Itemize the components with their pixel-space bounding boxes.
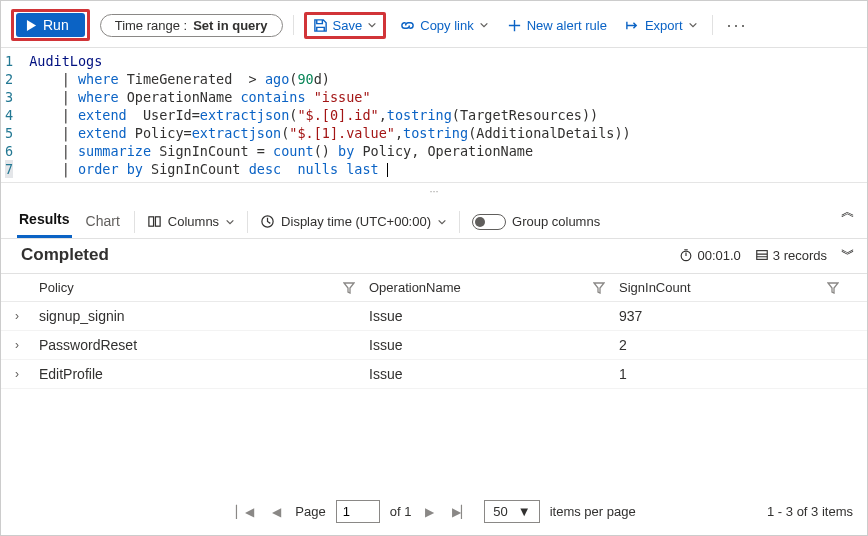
timerange-prefix: Time range : (115, 18, 188, 33)
record-count: 3 records (755, 248, 827, 263)
filter-icon[interactable] (343, 282, 355, 294)
play-icon (26, 20, 37, 31)
svg-rect-0 (149, 217, 154, 226)
export-button[interactable]: Export (621, 16, 702, 35)
toolbar: Run Time range : Set in query Save Copy … (1, 1, 867, 48)
groupcolumns-toggle[interactable]: Group columns (472, 214, 600, 230)
separator (247, 211, 248, 233)
columns-label: Columns (168, 214, 219, 229)
tab-results[interactable]: Results (17, 205, 72, 238)
expand-down-icon[interactable]: ︾ (841, 246, 855, 264)
separator (459, 211, 460, 233)
copylink-button[interactable]: Copy link (396, 16, 492, 35)
table-body: ›signup_signinIssue937›PasswordResetIssu… (1, 302, 867, 389)
page-label: Page (295, 504, 325, 519)
displaytime-label: Display time (UTC+00:00) (281, 214, 431, 229)
toggle-icon (472, 214, 506, 230)
chevron-down-icon (437, 217, 447, 227)
save-highlight: Save (304, 12, 387, 39)
pager-summary: 1 - 3 of 3 items (767, 504, 853, 519)
chevron-down-icon (688, 20, 698, 30)
first-page-icon[interactable]: ▏◀ (232, 505, 258, 519)
save-icon (313, 18, 328, 33)
table-header: Policy OperationName SignInCount (1, 274, 867, 302)
run-highlight: Run (11, 9, 90, 41)
displaytime-button[interactable]: Display time (UTC+00:00) (260, 214, 447, 229)
table-row[interactable]: ›PasswordResetIssue2 (1, 331, 867, 360)
elapsed-value: 00:01.0 (697, 248, 740, 263)
col-op-label: OperationName (369, 280, 461, 295)
separator (293, 15, 294, 35)
pagesize-select[interactable]: 50 ▼ (484, 500, 539, 523)
filter-icon[interactable] (827, 282, 839, 294)
col-count[interactable]: SignInCount (619, 280, 853, 295)
col-count-label: SignInCount (619, 280, 691, 295)
link-icon (400, 18, 415, 33)
cell-count: 937 (619, 308, 853, 324)
separator (712, 15, 713, 35)
cell-policy: signup_signin (39, 308, 369, 324)
timerange-pill[interactable]: Time range : Set in query (100, 14, 283, 37)
groupcolumns-label: Group columns (512, 214, 600, 229)
cell-count: 2 (619, 337, 853, 353)
export-label: Export (645, 18, 683, 33)
svg-rect-4 (757, 251, 768, 260)
col-op[interactable]: OperationName (369, 280, 619, 295)
dropdown-icon: ▼ (518, 504, 531, 519)
export-icon (625, 18, 640, 33)
filter-icon[interactable] (593, 282, 605, 294)
records-value: 3 records (773, 248, 827, 263)
last-page-icon[interactable]: ▶▏ (448, 505, 474, 519)
expand-row-icon[interactable]: › (15, 367, 39, 381)
plus-icon (507, 18, 522, 33)
code-area[interactable]: AuditLogs | where TimeGenerated > ago(90… (23, 48, 867, 182)
cell-op: Issue (369, 366, 619, 382)
query-editor[interactable]: 1234567 AuditLogs | where TimeGenerated … (1, 48, 867, 183)
columns-button[interactable]: Columns (147, 214, 235, 229)
elapsed: 00:01.0 (679, 248, 740, 263)
copylink-label: Copy link (420, 18, 473, 33)
chevron-down-icon (479, 20, 489, 30)
col-policy-label: Policy (39, 280, 74, 295)
expand-row-icon[interactable]: › (15, 309, 39, 323)
run-label: Run (43, 17, 69, 33)
status-title: Completed (21, 245, 109, 265)
of-label: of 1 (390, 504, 412, 519)
expand-row-icon[interactable]: › (15, 338, 39, 352)
cell-policy: EditProfile (39, 366, 369, 382)
tab-chart[interactable]: Chart (84, 207, 122, 237)
list-icon (755, 248, 769, 262)
cell-count: 1 (619, 366, 853, 382)
columns-icon (147, 214, 162, 229)
status-bar: Completed 00:01.0 3 records ︾ (1, 239, 867, 274)
clock-icon (260, 214, 275, 229)
line-gutter: 1234567 (1, 48, 23, 182)
prev-page-icon[interactable]: ◀ (268, 505, 285, 519)
save-label: Save (333, 18, 363, 33)
table-row[interactable]: ›EditProfileIssue1 (1, 360, 867, 389)
collapse-up-icon[interactable]: ︽ (841, 203, 855, 221)
cell-op: Issue (369, 308, 619, 324)
table-row[interactable]: ›signup_signinIssue937 (1, 302, 867, 331)
run-button[interactable]: Run (16, 13, 85, 37)
save-button[interactable]: Save (309, 16, 382, 35)
page-input[interactable] (336, 500, 380, 523)
newalert-label: New alert rule (527, 18, 607, 33)
pager: ▏◀ ◀ Page of 1 ▶ ▶▏ 50 ▼ items per page … (1, 494, 867, 529)
timerange-value: Set in query (193, 18, 267, 33)
col-policy[interactable]: Policy (39, 280, 369, 295)
svg-rect-1 (155, 217, 160, 226)
chevron-down-icon (367, 20, 377, 30)
stopwatch-icon (679, 248, 693, 262)
results-toolbar: Results Chart Columns Display time (UTC+… (1, 199, 867, 239)
pagesize-value: 50 (493, 504, 507, 519)
cell-op: Issue (369, 337, 619, 353)
separator (134, 211, 135, 233)
chevron-down-icon (225, 217, 235, 227)
ipp-label: items per page (550, 504, 636, 519)
cell-policy: PasswordReset (39, 337, 369, 353)
newalert-button[interactable]: New alert rule (503, 16, 611, 35)
pane-divider[interactable]: ··· ︽ (1, 183, 867, 199)
next-page-icon[interactable]: ▶ (421, 505, 438, 519)
more-menu[interactable]: ··· (723, 15, 752, 36)
